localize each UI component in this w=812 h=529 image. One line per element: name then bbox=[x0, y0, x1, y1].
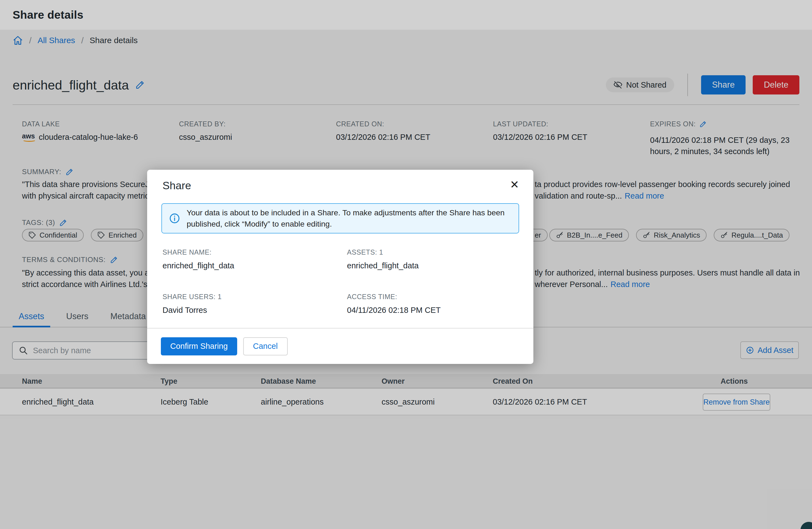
field-value: David Torres bbox=[162, 306, 347, 315]
field-share-name: SHARE NAME: enriched_flight_data bbox=[162, 248, 347, 270]
field-assets: ASSETS: 1 enriched_flight_data bbox=[347, 248, 440, 270]
alert-text: Your data is about to be included in a S… bbox=[187, 207, 505, 230]
field-access-time: ACCESS TIME: 04/11/2026 02:18 PM CET bbox=[347, 293, 440, 315]
modal-footer: Confirm Sharing Cancel bbox=[147, 328, 533, 364]
field-value: 04/11/2026 02:18 PM CET bbox=[347, 306, 440, 315]
field-label: ASSETS: 1 bbox=[347, 248, 440, 256]
share-modal: Share ✕ Your data is about to be include… bbox=[147, 170, 533, 364]
alert-line-1: Your data is about to be included in a S… bbox=[187, 207, 505, 218]
info-icon bbox=[169, 213, 180, 224]
modal-fields: SHARE NAME: enriched_flight_data ASSETS:… bbox=[162, 248, 440, 315]
share-details-page: Share details / All Shares / Share detai… bbox=[0, 0, 812, 529]
alert-line-2: published, click “Modify” to enable edit… bbox=[187, 218, 505, 230]
confirm-sharing-button[interactable]: Confirm Sharing bbox=[161, 337, 237, 355]
info-alert: Your data is about to be included in a S… bbox=[161, 203, 519, 233]
field-label: SHARE USERS: 1 bbox=[162, 293, 347, 301]
modal-title: Share bbox=[162, 180, 191, 192]
close-icon[interactable]: ✕ bbox=[510, 179, 519, 190]
field-value: enriched_flight_data bbox=[347, 261, 440, 270]
field-label: SHARE NAME: bbox=[162, 248, 347, 256]
field-value: enriched_flight_data bbox=[162, 261, 347, 270]
field-label: ACCESS TIME: bbox=[347, 293, 440, 301]
field-share-users: SHARE USERS: 1 David Torres bbox=[162, 293, 347, 315]
cancel-button[interactable]: Cancel bbox=[243, 337, 288, 355]
